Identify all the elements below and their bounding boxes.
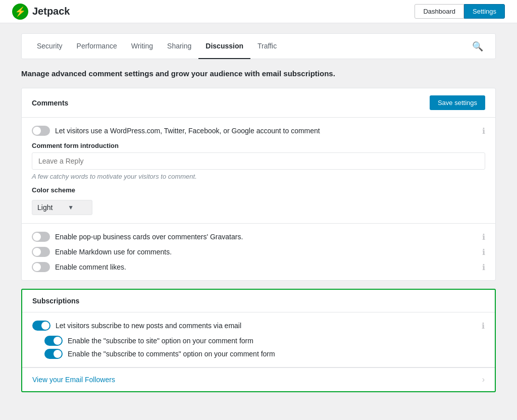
tab-security[interactable]: Security	[30, 34, 70, 59]
tabs-container: Security Performance Writing Sharing Dis…	[21, 33, 496, 59]
view-email-followers-row[interactable]: View your Email Followers ›	[22, 368, 495, 391]
comments-card: Comments Save settings Let visitors use …	[21, 88, 496, 281]
info-icon-likes[interactable]: ℹ	[482, 262, 485, 272]
toggle-subscribe-label: Let visitors subscribe to new posts and …	[56, 322, 241, 330]
tabs: Security Performance Writing Sharing Dis…	[30, 34, 468, 59]
header: ⚡ Jetpack Dashboard Settings	[0, 0, 517, 23]
subscriptions-card-header: Subscriptions	[22, 290, 495, 312]
toggle-visitor-label: Let visitors use a WordPress.com, Twitte…	[55, 127, 320, 135]
comments-card-title: Comments	[32, 99, 68, 107]
toggle-markdown[interactable]	[32, 247, 50, 257]
chevron-right-icon: ›	[482, 375, 485, 384]
comments-card-header: Comments Save settings	[22, 88, 495, 118]
toggle-row-likes: Enable comment likes. ℹ	[32, 262, 485, 272]
dashboard-button[interactable]: Dashboard	[415, 4, 464, 19]
logo: ⚡ Jetpack	[12, 4, 70, 20]
toggle-likes[interactable]	[32, 262, 50, 272]
tab-writing[interactable]: Writing	[124, 34, 160, 59]
toggle-subscribe-site[interactable]	[44, 336, 63, 346]
toggle-markdown-label: Enable Markdown use for comments.	[55, 248, 172, 256]
toggle-subscribe-comments-label: Enable the "subscribe to comments" optio…	[68, 350, 275, 358]
save-settings-button[interactable]: Save settings	[430, 95, 485, 110]
sub-toggle-row-comments: Enable the "subscribe to comments" optio…	[32, 349, 485, 359]
subscriptions-section: Let visitors subscribe to new posts and …	[22, 312, 495, 368]
tab-discussion[interactable]: Discussion	[198, 34, 250, 59]
jetpack-logo-icon: ⚡	[12, 4, 28, 20]
comment-form-intro-label: Comment form introduction	[32, 142, 485, 149]
main-content: Security Performance Writing Sharing Dis…	[11, 23, 506, 410]
toggle-row-gravatars: Enable pop-up business cards over commen…	[32, 232, 485, 242]
header-buttons: Dashboard Settings	[415, 4, 505, 19]
info-icon-markdown[interactable]: ℹ	[482, 247, 485, 257]
tab-sharing[interactable]: Sharing	[160, 34, 198, 59]
toggle-gravatars[interactable]	[32, 232, 50, 242]
comment-form-hint: A few catchy words to motivate your visi…	[32, 173, 485, 180]
toggle-visitor-accounts[interactable]	[32, 126, 50, 136]
subscriptions-card-title: Subscriptions	[32, 297, 79, 305]
tab-traffic[interactable]: Traffic	[250, 34, 284, 59]
toggle-row-visitor: Let visitors use a WordPress.com, Twitte…	[32, 126, 485, 136]
info-icon-visitor[interactable]: ℹ	[482, 126, 485, 136]
page-description: Manage advanced comment settings and gro…	[21, 69, 496, 78]
comment-form-intro-input[interactable]	[32, 152, 485, 170]
color-scheme-select[interactable]: Light ▼	[32, 200, 92, 215]
toggle-row-markdown: Enable Markdown use for comments. ℹ	[32, 247, 485, 257]
logo-text: Jetpack	[32, 6, 70, 17]
settings-button[interactable]: Settings	[464, 4, 505, 19]
toggle-subscribe-site-label: Enable the "subscribe to site" option on…	[68, 337, 253, 345]
color-scheme-label: Color scheme	[32, 186, 485, 194]
sub-toggle-row-site: Enable the "subscribe to site" option on…	[32, 336, 485, 346]
toggle-subscribe[interactable]	[32, 321, 50, 331]
search-icon[interactable]: 🔍	[468, 37, 487, 56]
chevron-down-icon: ▼	[68, 204, 74, 211]
subscriptions-card: Subscriptions Let visitors subscribe to …	[21, 289, 496, 392]
toggle-gravatars-label: Enable pop-up business cards over commen…	[55, 233, 243, 241]
comments-section-1: Let visitors use a WordPress.com, Twitte…	[22, 118, 495, 224]
toggle-row-subscribe: Let visitors subscribe to new posts and …	[32, 321, 485, 331]
tab-performance[interactable]: Performance	[70, 34, 124, 59]
comments-section-2: Enable pop-up business cards over commen…	[22, 224, 495, 280]
info-icon-gravatars[interactable]: ℹ	[482, 232, 485, 242]
color-scheme-value: Light	[37, 203, 53, 212]
info-icon-subscribe[interactable]: ℹ	[482, 321, 485, 331]
view-email-followers-link[interactable]: View your Email Followers	[32, 376, 115, 384]
toggle-subscribe-comments[interactable]	[44, 349, 63, 359]
toggle-likes-label: Enable comment likes.	[55, 263, 126, 271]
